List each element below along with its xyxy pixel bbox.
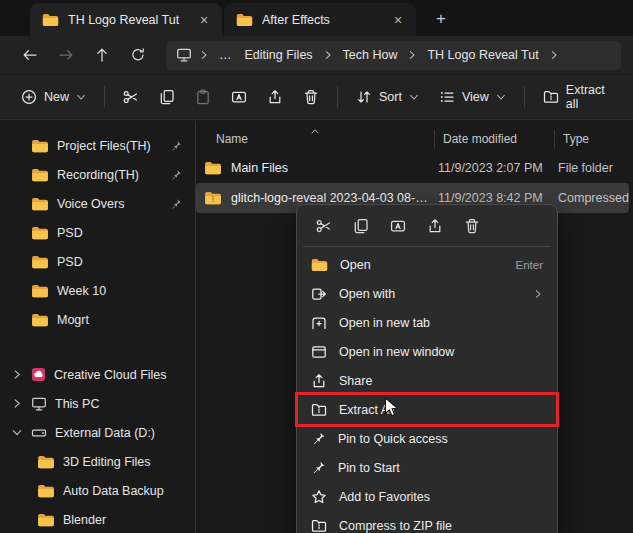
extract-all-button[interactable]: Extract all bbox=[534, 81, 621, 113]
sidebar-item-label: Project Files(TH) bbox=[57, 139, 151, 153]
open-with-icon bbox=[311, 286, 327, 302]
sidebar-item-external-data[interactable]: External Data (D:) bbox=[3, 418, 192, 447]
file-date: 11/9/2023 2:07 PM bbox=[430, 161, 550, 175]
up-button[interactable] bbox=[86, 40, 118, 70]
pin-icon bbox=[311, 431, 326, 446]
refresh-button[interactable] bbox=[122, 40, 154, 70]
close-tab-icon[interactable]: × bbox=[388, 10, 408, 30]
pin-icon bbox=[170, 140, 182, 152]
forward-button[interactable] bbox=[50, 40, 82, 70]
breadcrumb-item[interactable]: TH Logo Reveal Tut bbox=[424, 46, 541, 64]
rename-button[interactable] bbox=[381, 212, 415, 240]
back-button[interactable] bbox=[14, 40, 46, 70]
sidebar-item-creative-cloud-files[interactable]: Creative Cloud Files bbox=[3, 360, 192, 389]
chevron-right-icon bbox=[323, 50, 333, 60]
menu-item-label: Open bbox=[340, 258, 371, 272]
context-menu-item-share[interactable]: Share bbox=[301, 366, 553, 395]
breadcrumb-overflow[interactable]: … bbox=[216, 46, 235, 64]
column-header-type[interactable]: Type bbox=[554, 130, 633, 148]
chevron-down-icon bbox=[11, 427, 23, 438]
sort-arrows-icon bbox=[356, 89, 372, 105]
sidebar-item-psd-2[interactable]: PSD bbox=[3, 247, 192, 276]
folder-icon bbox=[236, 13, 253, 27]
rename-button[interactable] bbox=[222, 81, 256, 113]
column-label: Type bbox=[563, 132, 589, 146]
folder-icon bbox=[31, 313, 49, 327]
folder-icon bbox=[37, 513, 55, 527]
sort-button[interactable]: Sort bbox=[347, 81, 428, 113]
menu-item-label: Open in new window bbox=[339, 345, 454, 359]
breadcrumb-item[interactable]: Tech How bbox=[340, 46, 401, 64]
pin-icon bbox=[170, 198, 182, 210]
tab-th-logo-reveal-tut[interactable]: TH Logo Reveal Tut × bbox=[30, 3, 222, 36]
context-menu-item-open-in-new-window[interactable]: Open in new window bbox=[301, 337, 553, 366]
delete-button[interactable] bbox=[294, 81, 328, 113]
sidebar-item-auto-data-backup[interactable]: Auto Data Backup bbox=[3, 476, 192, 505]
tab-label: After Effects bbox=[262, 13, 379, 27]
cut-button[interactable] bbox=[307, 212, 341, 240]
file-row-main-files[interactable]: Main Files 11/9/2023 2:07 PM File folder bbox=[196, 153, 629, 183]
breadcrumb-item[interactable]: Editing Files bbox=[242, 46, 316, 64]
sidebar-item-week-10[interactable]: Week 10 bbox=[3, 276, 192, 305]
sidebar-item-label: This PC bbox=[55, 397, 99, 411]
context-menu-item-open[interactable]: Open Enter bbox=[301, 250, 553, 279]
file-name-cell: glitch-logo-reveal 2023-04-03 08-44-20 bbox=[196, 191, 430, 205]
address-bar[interactable]: … Editing Files Tech How TH Logo Reveal … bbox=[166, 41, 621, 70]
sidebar-item-label: Recording(TH) bbox=[57, 168, 139, 182]
folder-icon bbox=[31, 226, 49, 240]
column-label: Date modified bbox=[443, 132, 517, 146]
chevron-right-icon bbox=[199, 50, 209, 60]
new-tab-button[interactable]: + bbox=[426, 5, 456, 33]
folder-icon bbox=[37, 455, 55, 469]
sidebar-item-label: 3D Editing Files bbox=[63, 455, 151, 469]
clipboard-icon bbox=[195, 89, 211, 105]
view-button[interactable]: View bbox=[430, 81, 515, 113]
view-button-label: View bbox=[462, 90, 489, 104]
toolbar-divider bbox=[524, 86, 525, 108]
share-button[interactable] bbox=[258, 81, 292, 113]
context-menu-item-open-with[interactable]: Open with bbox=[301, 279, 553, 308]
sidebar-item-voice-overs[interactable]: Voice Overs bbox=[3, 189, 192, 218]
delete-button[interactable] bbox=[455, 212, 489, 240]
sidebar-item-label: Creative Cloud Files bbox=[54, 368, 167, 382]
sidebar-item-label: Auto Data Backup bbox=[63, 484, 164, 498]
copy-button[interactable] bbox=[344, 212, 378, 240]
sidebar-item-this-pc[interactable]: This PC bbox=[3, 389, 192, 418]
context-menu-item-pin-to-quick-access[interactable]: Pin to Quick access bbox=[301, 424, 553, 453]
scissors-icon bbox=[123, 89, 139, 105]
copy-button[interactable] bbox=[150, 81, 184, 113]
sidebar-item-project-files[interactable]: Project Files(TH) bbox=[3, 131, 192, 160]
paste-button[interactable] bbox=[186, 81, 220, 113]
column-header-date-modified[interactable]: Date modified bbox=[434, 130, 554, 148]
sidebar-item-3d-editing-files[interactable]: 3D Editing Files bbox=[3, 447, 192, 476]
copy-icon bbox=[159, 89, 175, 105]
view-list-icon bbox=[439, 89, 455, 105]
context-menu-item-compress-to-zip[interactable]: Compress to ZIP file bbox=[301, 511, 553, 533]
trash-icon bbox=[464, 218, 480, 234]
up-arrow-icon bbox=[94, 47, 110, 63]
sidebar-item-blender[interactable]: Blender bbox=[3, 505, 192, 533]
plus-circle-icon bbox=[21, 89, 37, 105]
context-menu-item-extract-all[interactable]: Extract All bbox=[301, 395, 553, 424]
context-menu-item-add-to-favorites[interactable]: Add to Favorites bbox=[301, 482, 553, 511]
sidebar-item-psd-1[interactable]: PSD bbox=[3, 218, 192, 247]
cut-button[interactable] bbox=[114, 81, 148, 113]
new-button-label: New bbox=[44, 90, 69, 104]
share-icon bbox=[427, 218, 443, 234]
context-menu-icon-row bbox=[301, 209, 553, 243]
tab-after-effects[interactable]: After Effects × bbox=[224, 3, 416, 36]
menu-item-shortcut: Enter bbox=[516, 259, 544, 271]
sidebar-section-gap bbox=[0, 334, 195, 360]
close-tab-icon[interactable]: × bbox=[194, 10, 214, 30]
sidebar-item-mogrt[interactable]: Mogrt bbox=[3, 305, 192, 334]
red-highlight-box bbox=[295, 392, 559, 427]
context-menu-item-pin-to-start[interactable]: Pin to Start bbox=[301, 453, 553, 482]
context-menu-item-open-in-new-tab[interactable]: Open in new tab bbox=[301, 308, 553, 337]
column-header-name[interactable]: Name bbox=[196, 125, 434, 153]
mouse-cursor bbox=[384, 397, 399, 418]
folder-icon bbox=[311, 258, 328, 272]
sidebar-item-recording[interactable]: Recording(TH) bbox=[3, 160, 192, 189]
share-button[interactable] bbox=[418, 212, 452, 240]
new-button[interactable]: New bbox=[12, 81, 95, 113]
file-explorer-window: TH Logo Reveal Tut × After Effects × + …… bbox=[0, 0, 633, 120]
